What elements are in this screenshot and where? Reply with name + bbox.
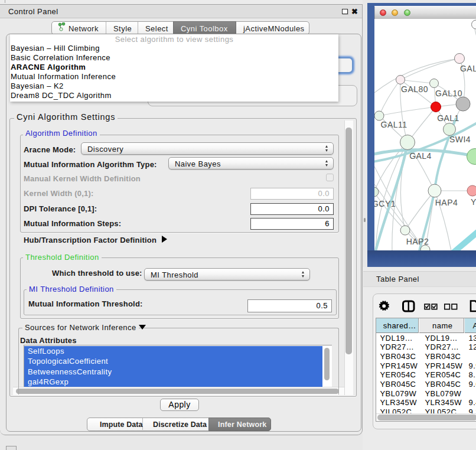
svg-text:GCY1: GCY1	[374, 199, 396, 208]
svg-text:GAL2: GAL2	[460, 63, 476, 73]
svg-text:SWI4: SWI4	[449, 135, 471, 144]
svg-text:HAP4: HAP4	[435, 198, 458, 207]
svg-text:YI: YI	[471, 197, 476, 207]
svg-text:GAL10: GAL10	[435, 89, 462, 98]
svg-text:GAL4: GAL4	[409, 151, 432, 161]
svg-text:GAL1: GAL1	[437, 113, 459, 123]
svg-text:GAL11: GAL11	[381, 120, 407, 129]
svg-text:GAL80: GAL80	[401, 84, 428, 94]
svg-text:HAP2: HAP2	[406, 237, 429, 246]
